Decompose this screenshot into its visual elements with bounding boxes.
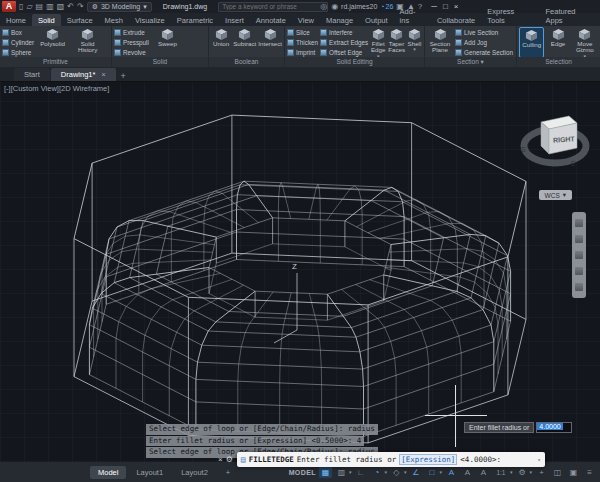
annotation-scale-icon[interactable]: A — [477, 466, 490, 478]
annotation-monitor-icon[interactable]: + — [535, 466, 548, 478]
viewport-controls[interactable]: [-][Custom View][2D Wireframe] — [4, 84, 109, 93]
viewcube[interactable]: S E RIGHT — [515, 96, 595, 188]
new-layout-icon[interactable]: + — [218, 466, 238, 479]
offset-edge-button[interactable]: Offset Edge — [320, 48, 368, 57]
command-option-expression[interactable]: [Expression] — [399, 454, 457, 465]
isodraft-icon[interactable]: ◇ — [390, 466, 403, 478]
workspace-switcher[interactable]: ⚙ 3D Modeling ▾ — [87, 2, 152, 12]
panel-label-primitive[interactable]: Primitive — [0, 57, 111, 67]
customize-wrench-icon[interactable]: ⚙ — [226, 455, 233, 464]
tab-parametric[interactable]: Parametric — [171, 14, 219, 26]
fillet-edge-button[interactable]: Fillet Edge▾ — [370, 27, 386, 58]
close-icon[interactable]: × — [454, 2, 459, 11]
ortho-icon[interactable]: ∟ — [354, 466, 367, 478]
dynamic-input-value[interactable]: 4.0000 — [536, 422, 572, 433]
chevron-down-icon[interactable]: ▾ — [510, 469, 513, 475]
generate-section-button[interactable]: Generate Section — [455, 48, 513, 57]
solid-history-button[interactable]: Solid History — [71, 27, 104, 58]
app-logo-icon[interactable]: A — [2, 1, 16, 12]
trial-badge[interactable]: ◔26 — [380, 3, 393, 10]
revolve-button[interactable]: Revolve — [114, 48, 149, 57]
showmotion-icon[interactable] — [575, 283, 583, 291]
workspace-gear-icon[interactable]: ⚙ — [515, 466, 528, 478]
tab-model[interactable]: Model — [90, 466, 126, 479]
sphere-button[interactable]: Sphere — [2, 48, 34, 57]
sweep-button[interactable]: Sweep — [151, 27, 184, 58]
plot-icon[interactable]: ▧ — [57, 2, 65, 11]
tab-surface[interactable]: Surface — [61, 14, 99, 26]
slice-button[interactable]: Slice — [287, 28, 318, 37]
panel-label-section[interactable]: Section ▾ — [425, 57, 516, 67]
tab-mesh[interactable]: Mesh — [99, 14, 129, 26]
recent-commands-icon[interactable]: ▤ — [241, 455, 246, 464]
polysolid-button[interactable]: Polysolid — [36, 27, 69, 58]
add-jog-button[interactable]: Add Jog — [455, 38, 513, 47]
tab-collaborate[interactable]: Collaborate — [431, 14, 481, 26]
edge-button[interactable]: Edge — [546, 27, 569, 58]
tab-addins[interactable]: Add-ins — [394, 5, 431, 26]
search-input[interactable] — [219, 3, 320, 10]
annotation-visibility-icon[interactable]: A — [445, 466, 458, 478]
snap-icon[interactable]: ▥ — [335, 466, 348, 478]
save-icon[interactable]: ▤ — [36, 2, 44, 11]
chevron-down-icon[interactable]: ▾ — [404, 469, 407, 475]
new-file-icon[interactable]: ▯ — [19, 2, 23, 11]
tab-home[interactable]: Home — [0, 14, 32, 26]
live-section-button[interactable]: Live Section — [455, 28, 513, 37]
presspull-button[interactable]: Presspull — [114, 38, 149, 47]
subtract-button[interactable]: Subtract — [233, 27, 256, 58]
culling-button[interactable]: Culling — [519, 27, 544, 58]
orbit-icon[interactable] — [575, 267, 583, 275]
full-navigation-wheel-icon[interactable] — [575, 219, 583, 227]
osnap-icon[interactable]: □ — [425, 466, 438, 478]
thicken-button[interactable]: Thicken — [287, 38, 318, 47]
close-command-line-icon[interactable]: × — [218, 455, 223, 464]
tab-annotate[interactable]: Annotate — [250, 14, 292, 26]
customization-menu-icon[interactable]: ≡ — [583, 466, 596, 478]
wcs-dropdown[interactable]: WCS▾ — [539, 190, 572, 200]
panel-label-solid[interactable]: Solid — [112, 57, 208, 67]
tab-manage[interactable]: Manage — [320, 14, 359, 26]
save-as-icon[interactable]: ▥ — [46, 2, 54, 11]
interfere-button[interactable]: Interfere — [320, 28, 368, 37]
cylinder-button[interactable]: Cylinder — [2, 38, 34, 47]
panel-label-selection[interactable]: Selection — [517, 57, 600, 67]
tab-layout1[interactable]: Layout1 — [128, 466, 171, 479]
compass-south-label[interactable]: S — [521, 146, 526, 153]
wireframe-model[interactable]: Z — [0, 82, 600, 462]
tab-insert[interactable]: Insert — [219, 14, 250, 26]
maximize-icon[interactable]: □ — [443, 2, 448, 11]
tab-express-tools[interactable]: Express Tools — [481, 5, 539, 26]
tab-output[interactable]: Output — [359, 14, 394, 26]
model-space-label[interactable]: MODEL — [289, 469, 316, 476]
panel-label-solid-editing[interactable]: Solid Editing — [285, 57, 424, 67]
units-icon[interactable]: ◫ — [551, 466, 564, 478]
tab-visualize[interactable]: Visualize — [129, 14, 171, 26]
tab-featured-apps[interactable]: Featured Apps — [540, 5, 600, 26]
minimize-icon[interactable]: ─ — [431, 2, 437, 11]
signin-username[interactable]: rd.jaimes20 — [341, 3, 377, 10]
new-drawing-tab-icon[interactable]: + — [117, 71, 130, 81]
drawing-canvas[interactable]: Z [-][Custom View][2D Wireframe] S E RIG… — [0, 82, 600, 462]
extrude-button[interactable]: Extrude — [114, 28, 149, 37]
redo-icon[interactable]: ↷ — [77, 2, 84, 11]
union-button[interactable]: Union — [211, 27, 231, 58]
move-gizmo-button[interactable]: Move Gizmo▾ — [572, 27, 598, 58]
open-file-icon[interactable]: ▱ — [26, 2, 32, 11]
file-tab-start[interactable]: Start — [14, 68, 50, 81]
autoscale-icon[interactable]: A — [461, 466, 474, 478]
chevron-down-icon[interactable]: ▾ — [349, 469, 352, 475]
taper-faces-button[interactable]: Taper Faces — [388, 27, 405, 58]
file-tab-drawing1[interactable]: Drawing1*× — [51, 68, 116, 81]
chevron-down-icon[interactable]: ▾ — [439, 469, 442, 475]
tab-layout2[interactable]: Layout2 — [173, 466, 216, 479]
search-box[interactable]: ◎ — [218, 2, 328, 12]
pan-icon[interactable] — [575, 235, 583, 243]
box-button[interactable]: Box — [2, 28, 34, 37]
section-plane-button[interactable]: Section Plane — [427, 27, 453, 58]
grid-icon[interactable]: ▦ — [319, 466, 332, 478]
undo-icon[interactable]: ↶ — [67, 2, 74, 11]
panel-label-boolean[interactable]: Boolean — [209, 57, 284, 67]
search-icon[interactable]: ◎ — [320, 2, 327, 11]
polar-tracking-icon[interactable]: ◔ — [370, 466, 383, 478]
